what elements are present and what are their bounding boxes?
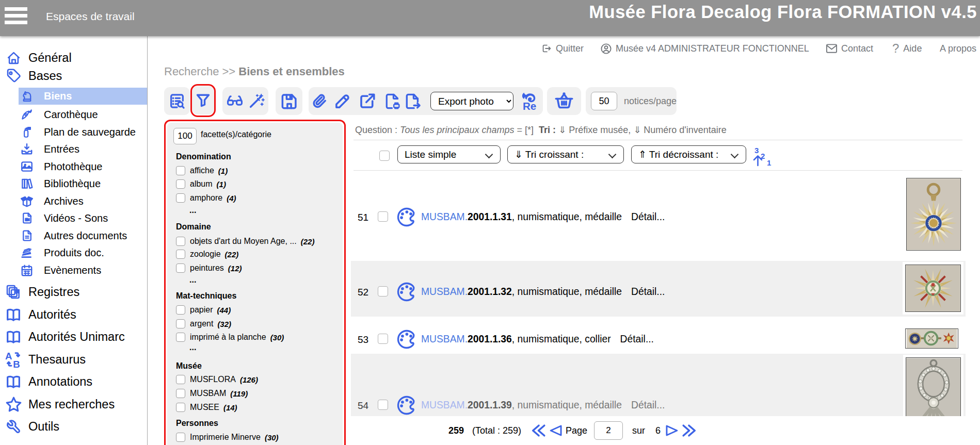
svg-text:A: A [5,351,12,361]
svg-text:B: B [13,359,20,368]
svg-text:Re: Re [523,100,536,111]
